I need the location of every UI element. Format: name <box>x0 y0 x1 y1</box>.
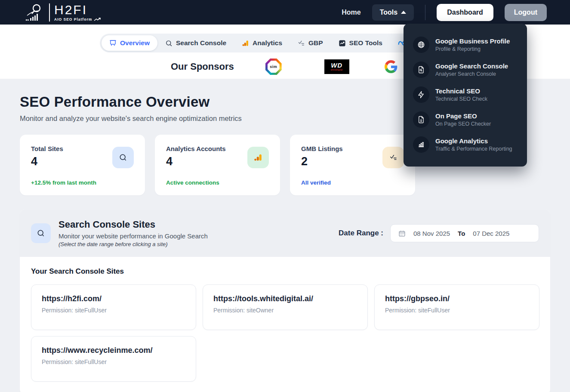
brand-name: H2FI <box>54 3 102 16</box>
tab-label: Overview <box>120 39 150 47</box>
site-permission: Permission: siteFullUser <box>42 358 185 365</box>
site-card[interactable]: https://tools.whitedigital.ai/ Permissio… <box>203 284 368 330</box>
panel-hint: (Select the date range before clicking a… <box>59 241 208 247</box>
menu-item-text: On Page SEO On Page SEO Checker <box>435 112 491 127</box>
menu-item-technical-seo[interactable]: Technical SEO Technical SEO Check <box>413 82 518 107</box>
tab-analytics[interactable]: Analytics <box>234 35 290 51</box>
site-permission: Permission: siteOwner <box>213 307 357 314</box>
stat-card-analytics-accounts: Analytics Accounts 4 Active connections <box>155 135 280 195</box>
chart-square-icon <box>339 40 346 47</box>
site-url: https://h2fi.com/ <box>42 294 185 303</box>
menu-item-subtitle: Analyser Search Console <box>435 71 508 77</box>
checklist-icon <box>382 147 404 168</box>
menu-item-title: On Page SEO <box>435 112 491 120</box>
navbar-actions: Home Tools Dashboard Logout <box>342 4 547 21</box>
start-date-value[interactable]: 08 Nov 2025 <box>413 230 450 237</box>
search-console-panel: Search Console Sites Monitor your websit… <box>20 210 550 392</box>
stat-note: +12.5% from last month <box>31 179 96 186</box>
tab-label: Analytics <box>253 39 282 47</box>
tab-gbp[interactable]: GBP <box>290 35 331 51</box>
sites-heading: Your Search Console Sites <box>31 267 539 276</box>
menu-item-subtitle: Traffic & Performance Reporting <box>435 146 512 152</box>
google-g-icon <box>385 60 397 73</box>
trend-arrow-icon <box>94 17 102 22</box>
menu-item-text: Technical SEO Technical SEO Check <box>435 87 487 102</box>
brand-logo[interactable]: H2FI AIO SEO Platform <box>25 3 102 22</box>
search-icon <box>31 223 51 243</box>
panel-header-text: Search Console Sites Monitor your websit… <box>59 219 208 247</box>
google-analytics-icon <box>247 147 269 168</box>
menu-item-title: Google Search Console <box>435 62 508 70</box>
menu-item-title: Google Analytics <box>435 137 512 145</box>
sim-logo-text: sim <box>268 61 280 73</box>
tab-label: GBP <box>308 39 323 47</box>
search-icon <box>165 40 173 47</box>
menu-item-subtitle: On Page SEO Checker <box>435 121 491 127</box>
site-card[interactable]: https://h2fi.com/ Permission: siteFullUs… <box>31 284 196 330</box>
google-analytics-icon <box>242 40 249 47</box>
search-icon <box>112 147 134 168</box>
tools-dropdown-menu: Google Business Profile Profile & Report… <box>404 24 527 167</box>
calendar-icon <box>398 230 406 237</box>
stat-card-gmb-listings: GMB Listings 2 All verified <box>290 135 415 195</box>
panel-title: Search Console Sites <box>59 219 208 230</box>
tab-label: Search Console <box>176 39 226 47</box>
stat-card-total-sites: Total Sites 4 +12.5% from last month <box>20 135 145 195</box>
site-permission: Permission: siteFullUser <box>385 307 529 314</box>
menu-item-google-analytics[interactable]: Google Analytics Traffic & Performance R… <box>413 132 518 157</box>
site-url: https://tools.whitedigital.ai/ <box>213 294 357 303</box>
menu-item-text: Google Business Profile Profile & Report… <box>435 37 510 52</box>
wd-logo-mark: WD <box>331 62 342 68</box>
menu-item-google-search-console[interactable]: Google Search Console Analyser Search Co… <box>413 57 518 82</box>
stat-note: All verified <box>301 179 331 186</box>
menu-item-text: Google Analytics Traffic & Performance R… <box>435 137 512 152</box>
dashboard-button[interactable]: Dashboard <box>437 4 493 21</box>
site-card[interactable]: https://www.recycleinme.com/ Permission:… <box>31 336 196 382</box>
tab-overview[interactable]: Overview <box>102 35 157 51</box>
menu-item-title: Google Business Profile <box>435 37 510 45</box>
sim-sponsor-logo: sim <box>265 59 282 75</box>
menu-item-subtitle: Technical SEO Check <box>435 96 487 102</box>
tab-search-console[interactable]: Search Console <box>157 35 234 51</box>
menu-item-title: Technical SEO <box>435 87 487 95</box>
tab-label: SEO Tools <box>349 39 382 47</box>
panel-body: Your Search Console Sites https://h2fi.c… <box>20 257 550 392</box>
nav-home-link[interactable]: Home <box>342 9 360 16</box>
nav-divider <box>425 5 425 20</box>
file-icon <box>413 111 429 128</box>
menu-item-on-page-seo[interactable]: On Page SEO On Page SEO Checker <box>413 107 518 132</box>
caret-up-icon <box>401 11 406 14</box>
wd-logo-sub: whiteDigital <box>331 69 343 71</box>
sponsors-title: Our Sponsors <box>171 61 234 72</box>
google-sponsor-logo <box>385 60 397 73</box>
menu-item-google-business-profile[interactable]: Google Business Profile Profile & Report… <box>413 32 518 57</box>
menu-item-subtitle: Profile & Reporting <box>435 46 510 52</box>
panel-header: Search Console Sites Monitor your websit… <box>20 210 550 257</box>
zap-icon <box>413 86 429 103</box>
section-tabbar: Overview Search Console Analytics GBP SE… <box>100 34 449 52</box>
date-range-group: Date Range : 08 Nov 2025 To 07 Dec 2025 <box>339 224 539 242</box>
top-navbar: H2FI AIO SEO Platform Home Tools Dashboa… <box>0 0 570 25</box>
site-url: https://www.recycleinme.com/ <box>42 346 185 355</box>
menu-item-text: Google Search Console Analyser Search Co… <box>435 62 508 77</box>
panel-subtitle: Monitor your website performance in Goog… <box>59 232 208 240</box>
bar-chart-icon <box>413 136 429 153</box>
whitedigital-sponsor-logo: WD whiteDigital <box>324 59 349 74</box>
date-separator: To <box>458 230 465 237</box>
date-range-label: Date Range : <box>339 229 383 238</box>
logout-button[interactable]: Logout <box>505 4 547 21</box>
globe-icon <box>413 37 429 53</box>
tab-seo-tools[interactable]: SEO Tools <box>331 35 390 51</box>
file-search-icon <box>413 62 429 78</box>
sites-grid: https://h2fi.com/ Permission: siteFullUs… <box>31 284 539 382</box>
brand-tagline: AIO SEO Platform <box>54 17 102 22</box>
site-url: https://gbpseo.in/ <box>385 294 529 303</box>
date-range-picker[interactable]: 08 Nov 2025 To 07 Dec 2025 <box>390 224 539 242</box>
stat-note: Active connections <box>166 179 219 186</box>
tools-menu-button[interactable]: Tools <box>372 4 414 21</box>
brand-text: H2FI AIO SEO Platform <box>49 3 102 22</box>
magnifier-chart-logo-icon <box>25 3 45 22</box>
end-date-value[interactable]: 07 Dec 2025 <box>473 230 509 237</box>
site-permission: Permission: siteFullUser <box>42 307 185 314</box>
site-card[interactable]: https://gbpseo.in/ Permission: siteFullU… <box>374 284 539 330</box>
